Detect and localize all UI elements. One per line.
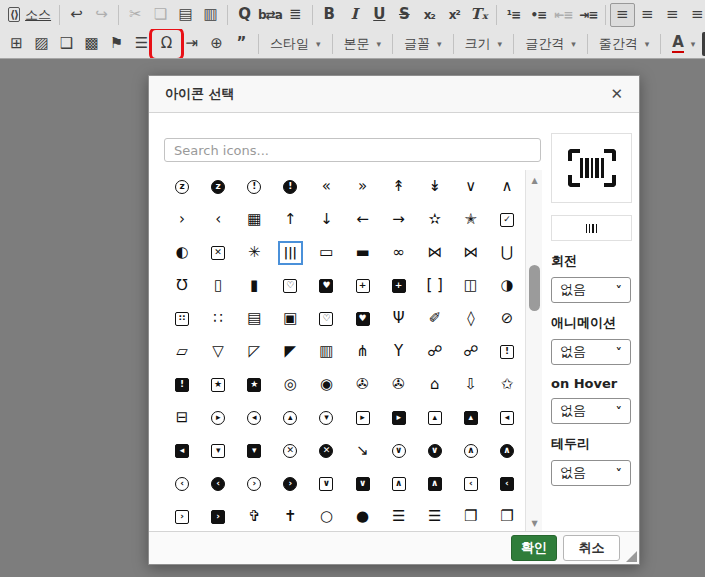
icon-capsules[interactable]: ⊘ <box>489 302 525 335</box>
strikethrough-button[interactable]: S <box>392 3 417 27</box>
superscript-button[interactable]: x² <box>442 3 467 27</box>
icon-calendar-star-solid[interactable]: ★ <box>236 368 272 401</box>
icon-alarm-exclamation[interactable]: ! <box>236 170 272 203</box>
line-spacing-dropdown[interactable]: 줄간격▾ <box>592 32 657 56</box>
scroll-down-icon[interactable]: ▼ <box>526 515 543 531</box>
icon-bag-check[interactable]: ✓ <box>489 203 525 236</box>
icon-book-blank[interactable]: ▯ <box>200 269 236 302</box>
icon-bone-solid[interactable]: ⋈ <box>453 236 489 269</box>
icon-cctv-solid[interactable]: ◤ <box>272 335 308 368</box>
format-dropdown[interactable]: 본문▾ <box>337 32 389 56</box>
numbered-list-button[interactable]: ¹≡ <box>501 3 526 27</box>
icon-sitemap[interactable]: ☍ <box>417 335 453 368</box>
outdent-button[interactable]: ⇤≡ <box>551 3 576 27</box>
icon-cctv[interactable]: ◸ <box>236 335 272 368</box>
icon-sitemap-solid[interactable]: ☍ <box>453 335 489 368</box>
grid-scrollbar[interactable]: ▲ ▼ <box>525 170 542 533</box>
icon-caret-square-left[interactable]: ◂ <box>489 401 525 434</box>
icon-caret-circle-right[interactable]: ▸ <box>200 401 236 434</box>
field-select[interactable]: 없음˅ <box>551 460 631 486</box>
icon-angle-down[interactable]: ∨ <box>453 170 489 203</box>
icon-caret-circle-down[interactable]: ▾ <box>308 401 344 434</box>
icon-chevron-square-down-solid[interactable]: ∨ <box>344 467 380 500</box>
icon-alarm-exclamation-solid[interactable]: ! <box>272 170 308 203</box>
icon-flask-round[interactable]: ℧ <box>164 269 200 302</box>
icon-backpack[interactable]: ⌂ <box>417 368 453 401</box>
confirm-button[interactable]: 확인 <box>511 535 557 561</box>
italic-button[interactable]: I <box>342 3 367 27</box>
icon-calendar-exclamation-solid[interactable]: ! <box>164 368 200 401</box>
icon-barcode-read[interactable]: ||| <box>272 236 308 269</box>
icon-basketball-half[interactable]: ◐ <box>164 236 200 269</box>
align-center-button[interactable]: ≡ <box>635 3 660 27</box>
map-pin-button[interactable]: ⚑ <box>104 32 129 56</box>
icon-caret-square-up[interactable]: ▴ <box>417 401 453 434</box>
icon-braille-dots[interactable]: ∷ <box>200 302 236 335</box>
image-button[interactable]: ▨ <box>29 32 54 56</box>
icon-basketball[interactable]: ✳ <box>236 236 272 269</box>
text-color-dropdown[interactable]: A▾ <box>665 32 702 56</box>
icon-arrow-up[interactable]: ↑ <box>272 203 308 236</box>
icon-award-solid[interactable]: ✭ <box>453 203 489 236</box>
media-button[interactable]: ▩ <box>79 32 104 56</box>
icon-browser-solid[interactable]: ▣ <box>272 302 308 335</box>
icon-fence[interactable]: ▥ <box>308 335 344 368</box>
field-select[interactable]: 없음˅ <box>551 398 631 424</box>
icon-caret-square-right[interactable]: ▸ <box>344 401 380 434</box>
icon-brackets[interactable]: [ ] <box>417 269 453 302</box>
redo-button[interactable]: ↪ <box>89 3 114 27</box>
icon-droplet[interactable]: ◊ <box>453 302 489 335</box>
icon-caret-square-left-solid[interactable]: ◂ <box>164 434 200 467</box>
undo-button[interactable]: ↩ <box>64 3 89 27</box>
subscript-button[interactable]: x₂ <box>417 3 442 27</box>
icon-alarm-snooze[interactable]: z <box>164 170 200 203</box>
remove-format-button[interactable]: Tₓ <box>467 3 492 27</box>
letter-spacing-dropdown[interactable]: 글간격▾ <box>518 32 583 56</box>
indent-button[interactable]: ⇥≡ <box>576 3 601 27</box>
icon-calendar-star[interactable]: ★ <box>200 368 236 401</box>
icon-alarm-snooze-solid[interactable]: z <box>200 170 236 203</box>
scrollbar-thumb[interactable] <box>529 265 540 311</box>
icon-arrow-right[interactable]: → <box>381 203 417 236</box>
justify-button[interactable]: ≡ <box>685 3 705 27</box>
field-select[interactable]: 없음˅ <box>551 277 631 303</box>
bullet-list-button[interactable]: •≡ <box>526 3 551 27</box>
icon-caret-square-right-solid[interactable]: ▸ <box>381 401 417 434</box>
icon-calendar-heart[interactable]: ♡ <box>308 302 344 335</box>
align-left-button[interactable]: ≡ <box>610 3 635 27</box>
icon-browser[interactable]: ▤ <box>236 302 272 335</box>
cut-button[interactable]: ✂ <box>123 3 148 27</box>
icon-caret-square-up-solid[interactable]: ▴ <box>453 401 489 434</box>
align-right-button[interactable]: ≡ <box>660 3 685 27</box>
quote-button[interactable]: ” <box>229 32 254 56</box>
icon-angle-up[interactable]: ∧ <box>489 170 525 203</box>
icon-angles-right[interactable]: » <box>344 170 380 203</box>
icon-caret-circle-left[interactable]: ◂ <box>236 401 272 434</box>
icon-chevron-circle-up[interactable]: ∧ <box>453 434 489 467</box>
icon-angles-up[interactable]: ↟ <box>381 170 417 203</box>
icon-angle-right[interactable]: › <box>164 203 200 236</box>
page-break-button[interactable]: ⇥ <box>179 32 204 56</box>
search-input[interactable] <box>164 138 541 162</box>
icon-angles-left[interactable]: « <box>308 170 344 203</box>
icon-calendar-heart-solid[interactable]: ♥ <box>344 302 380 335</box>
table-button[interactable]: ⊞ <box>4 32 29 56</box>
icon-church-solid[interactable]: ✝ <box>272 500 308 533</box>
icon-chevron-square-up[interactable]: ∧ <box>381 467 417 500</box>
bold-button[interactable]: B <box>317 3 342 27</box>
icon-brain[interactable]: ◫ <box>453 269 489 302</box>
size-dropdown[interactable]: 크기▾ <box>458 32 510 56</box>
icon-caret-circle-up[interactable]: ▴ <box>272 401 308 434</box>
icon-angle-left[interactable]: ‹ <box>200 203 236 236</box>
icon-coin[interactable]: ○ <box>308 500 344 533</box>
icon-angles-down[interactable]: ↡ <box>417 170 453 203</box>
cancel-button[interactable]: 취소 <box>563 535 620 561</box>
icon-vial[interactable]: ✐ <box>417 302 453 335</box>
icon-brain-half[interactable]: ◑ <box>489 269 525 302</box>
icon-cart-arrow-down[interactable]: ⇩ <box>453 368 489 401</box>
globe-button[interactable]: ⊕ <box>204 32 229 56</box>
icon-chevron-circle-right[interactable]: › <box>236 467 272 500</box>
scroll-up-icon[interactable]: ▲ <box>526 172 543 188</box>
icon-book-medical-solid[interactable]: + <box>381 269 417 302</box>
icon-coin-solid[interactable]: ● <box>344 500 380 533</box>
